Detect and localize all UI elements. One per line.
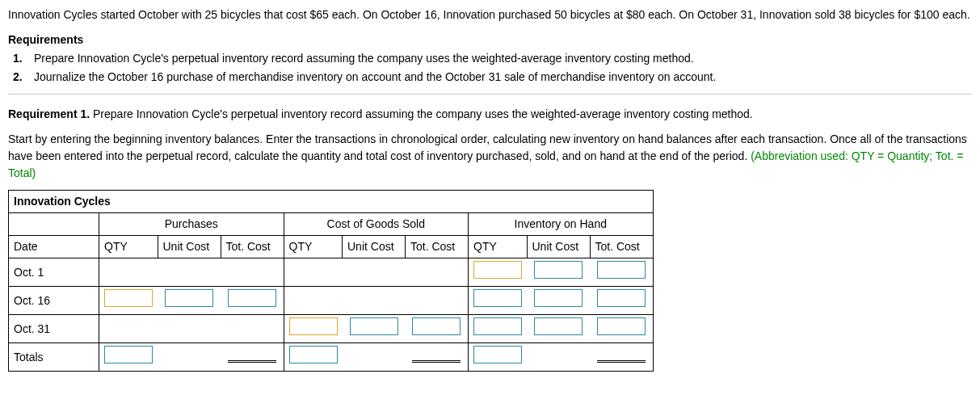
input-oct1-onhand-totcost[interactable]	[597, 261, 646, 279]
row-date-oct31: Oct. 31	[9, 315, 99, 343]
purchases-group-header: Purchases	[99, 213, 284, 236]
requirement-text: Prepare Innovation Cycle's perpetual inv…	[34, 50, 694, 67]
row-date-oct16: Oct. 16	[9, 287, 99, 315]
cell-blank	[343, 287, 406, 315]
blank-header	[9, 213, 99, 236]
input-oct31-onhand-totcost[interactable]	[597, 317, 646, 335]
oct1-onhand-qty	[469, 258, 528, 287]
totals-purch-totcost	[221, 343, 284, 372]
totals-purch-qty	[99, 343, 158, 372]
purchases-qty-header: QTY	[99, 236, 158, 258]
totals-onhand-qty	[469, 343, 528, 372]
oct16-purch-totcost	[221, 287, 284, 315]
oct16-onhand-qty	[469, 287, 528, 315]
oct16-purch-unitcost	[158, 287, 221, 315]
oct31-cogs-qty	[284, 315, 343, 343]
input-oct31-onhand-unitcost[interactable]	[534, 317, 583, 335]
oct16-purch-qty	[99, 287, 158, 315]
oct16-onhand-totcost	[590, 287, 653, 315]
onhand-unitcost-header: Unit Cost	[527, 236, 590, 258]
input-oct31-onhand-qty[interactable]	[473, 317, 522, 335]
requirements-heading: Requirements	[8, 32, 972, 48]
oct16-onhand-unitcost	[527, 287, 590, 315]
purchases-unitcost-header: Unit Cost	[158, 236, 221, 258]
cell-blank	[221, 258, 284, 287]
cell-blank	[158, 315, 221, 343]
totals-onhand-tot-underline	[597, 347, 646, 363]
input-oct31-cogs-unitcost[interactable]	[350, 317, 398, 335]
input-oct1-onhand-qty[interactable]	[473, 261, 522, 279]
cell-blank	[343, 258, 406, 287]
totals-cogs-tot-underline	[412, 347, 461, 363]
totals-onhand-totcost	[590, 343, 653, 372]
oct31-cogs-totcost	[406, 315, 469, 343]
row-date-oct1: Oct. 1	[9, 258, 99, 287]
requirement-number: 1.	[13, 50, 34, 67]
input-oct16-purch-unitcost[interactable]	[165, 289, 213, 307]
input-oct31-cogs-qty[interactable]	[289, 317, 338, 335]
input-oct16-onhand-qty[interactable]	[473, 289, 522, 307]
onhand-group-header: Inventory on Hand	[469, 213, 654, 236]
cell-blank	[406, 287, 469, 315]
cogs-qty-header: QTY	[284, 236, 343, 258]
row-totals: Totals	[9, 343, 99, 372]
oct31-cogs-unitcost	[343, 315, 406, 343]
input-oct16-onhand-unitcost[interactable]	[534, 289, 583, 307]
cell-blank	[99, 315, 158, 343]
problem-statement: Innovation Cycles started October with 2…	[8, 6, 972, 23]
cogs-unitcost-header: Unit Cost	[343, 236, 406, 258]
input-oct31-cogs-totcost[interactable]	[412, 317, 461, 335]
input-totals-cogs-qty[interactable]	[289, 346, 338, 363]
requirement-item: 2. Journalize the October 16 purchase of…	[13, 69, 972, 86]
input-totals-purch-qty[interactable]	[104, 346, 153, 363]
cogs-totcost-header: Tot. Cost	[406, 236, 469, 258]
cell-blank	[99, 258, 158, 287]
cell-blank	[284, 287, 343, 315]
section-divider	[8, 94, 972, 95]
date-column-header: Date	[9, 236, 99, 258]
cogs-group-header: Cost of Goods Sold	[284, 213, 469, 236]
totals-cogs-totcost	[406, 343, 469, 372]
purchases-totcost-header: Tot. Cost	[221, 236, 284, 258]
input-oct1-onhand-unitcost[interactable]	[534, 261, 583, 279]
input-oct16-purch-totcost[interactable]	[228, 289, 276, 307]
input-oct16-purch-qty[interactable]	[104, 289, 153, 307]
oct31-onhand-totcost	[590, 315, 653, 343]
cell-blank	[158, 343, 221, 372]
oct31-onhand-qty	[469, 315, 528, 343]
requirement-1-rest: Prepare Innovation Cycle's perpetual inv…	[90, 107, 753, 120]
company-name-cell: Innovation Cycles	[9, 191, 654, 213]
totals-cogs-qty	[284, 343, 343, 372]
onhand-totcost-header: Tot. Cost	[590, 236, 653, 258]
instructions: Start by entering the beginning inventor…	[8, 131, 972, 182]
oct31-onhand-unitcost	[527, 315, 590, 343]
cell-blank	[343, 343, 406, 372]
requirement-1-heading: Requirement 1. Prepare Innovation Cycle'…	[8, 106, 972, 123]
requirement-number: 2.	[13, 69, 34, 86]
requirement-item: 1. Prepare Innovation Cycle's perpetual …	[13, 50, 972, 67]
totals-purch-tot-underline	[228, 347, 276, 363]
inventory-table: Innovation Cycles Purchases Cost of Good…	[8, 190, 654, 372]
requirements-list: 1. Prepare Innovation Cycle's perpetual …	[8, 50, 972, 86]
oct1-onhand-unitcost	[527, 258, 590, 287]
cell-blank	[221, 315, 284, 343]
oct1-onhand-totcost	[590, 258, 653, 287]
requirement-1-bold: Requirement 1.	[8, 107, 90, 120]
cell-blank	[406, 258, 469, 287]
input-oct16-onhand-totcost[interactable]	[597, 289, 646, 307]
requirement-text: Journalize the October 16 purchase of me…	[34, 69, 716, 86]
cell-blank	[284, 258, 343, 287]
cell-blank	[158, 258, 221, 287]
input-totals-onhand-qty[interactable]	[473, 346, 522, 363]
onhand-qty-header: QTY	[469, 236, 528, 258]
cell-blank	[527, 343, 590, 372]
